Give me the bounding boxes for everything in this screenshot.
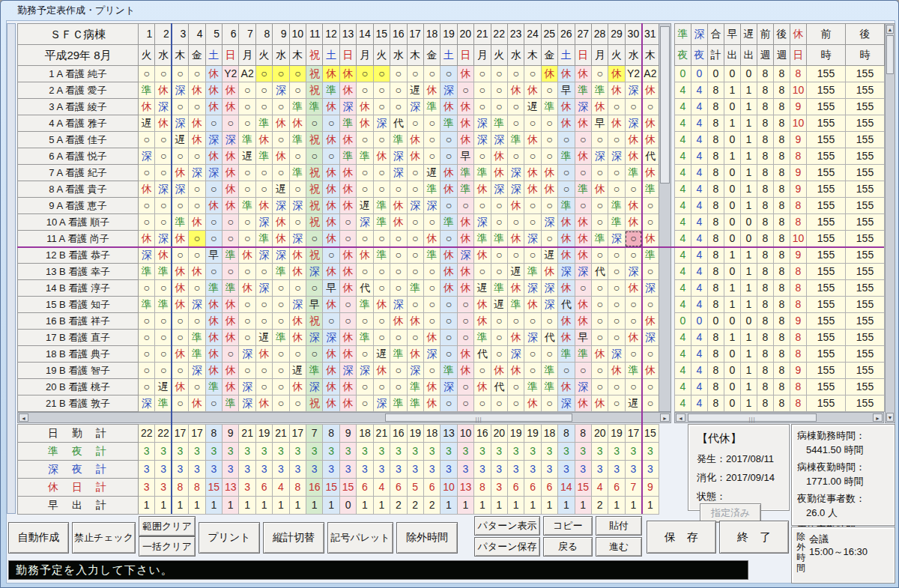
schedule-cell[interactable]: 深 <box>139 247 155 264</box>
schedule-cell[interactable]: 休 <box>255 395 272 412</box>
schedule-cell[interactable]: 深 <box>255 280 272 297</box>
schedule-cell[interactable]: 休 <box>357 115 373 132</box>
schedule-cell[interactable]: ○ <box>507 66 524 82</box>
schedule-cell[interactable]: ○ <box>524 346 541 363</box>
schedule-cell[interactable]: 休 <box>239 280 255 297</box>
schedule-cell[interactable]: 休 <box>491 363 507 379</box>
schedule-cell[interactable]: 休 <box>524 132 541 148</box>
schedule-cell[interactable]: 準 <box>390 346 407 363</box>
schedule-cell[interactable]: ○ <box>642 99 659 115</box>
schedule-cell[interactable]: 休 <box>155 115 172 132</box>
schedule-cell[interactable]: 深 <box>172 115 188 132</box>
schedule-cell[interactable]: 準 <box>139 297 155 313</box>
schedule-cell[interactable]: ○ <box>441 395 457 412</box>
schedule-cell[interactable]: 代 <box>642 148 659 165</box>
schedule-cell[interactable]: 休 <box>625 280 641 297</box>
bulk-clear-button[interactable]: 一括クリア <box>139 536 196 557</box>
schedule-cell[interactable]: 準 <box>491 231 507 247</box>
schedule-cell[interactable]: 休 <box>273 214 289 231</box>
schedule-cell[interactable]: 休 <box>591 181 608 198</box>
schedule-cell[interactable]: ○ <box>189 99 205 115</box>
schedule-cell[interactable]: 休 <box>524 165 541 181</box>
schedule-cell[interactable]: 準 <box>373 214 390 231</box>
schedule-cell[interactable]: ○ <box>289 82 306 99</box>
vertical-total-toggle-button[interactable]: 縦計切替 <box>263 522 324 554</box>
schedule-cell[interactable]: 遅 <box>155 379 172 395</box>
schedule-cell[interactable]: 休 <box>541 181 557 198</box>
nurse-name-cell[interactable]: 14 B 看護 淳子 <box>18 280 139 297</box>
schedule-cell[interactable]: ○ <box>189 181 205 198</box>
schedule-cell[interactable]: 休 <box>441 181 457 198</box>
schedule-cell[interactable]: ○ <box>423 66 440 82</box>
schedule-cell[interactable]: 準 <box>507 297 524 313</box>
schedule-cell[interactable]: 深 <box>507 165 524 181</box>
schedule-cell[interactable]: 準 <box>390 395 407 412</box>
schedule-cell[interactable]: 休 <box>608 115 625 132</box>
schedule-cell[interactable]: 準 <box>575 346 591 363</box>
nurse-name-cell[interactable]: 9 A 看護 恵子 <box>18 198 139 214</box>
schedule-cell[interactable]: 休 <box>223 165 239 181</box>
schedule-cell[interactable]: 代 <box>474 346 491 363</box>
nurse-name-cell[interactable]: 3 A 看護 綾子 <box>18 99 139 115</box>
schedule-cell[interactable]: 代 <box>390 115 407 132</box>
schedule-cell[interactable]: 深 <box>339 363 356 379</box>
schedule-cell[interactable]: ○ <box>339 297 356 313</box>
schedule-cell[interactable]: ○ <box>625 247 641 264</box>
schedule-cell[interactable]: ○ <box>407 264 423 280</box>
scroll-left-arrow[interactable]: ◄ <box>676 413 685 422</box>
schedule-cell[interactable]: 準 <box>189 330 205 346</box>
schedule-cell[interactable]: 深 <box>507 346 524 363</box>
schedule-cell[interactable]: 休 <box>255 132 272 148</box>
symbol-palette-button[interactable]: 記号パレット <box>327 522 393 554</box>
schedule-cell[interactable]: ○ <box>642 346 659 363</box>
schedule-cell[interactable]: 休 <box>223 181 239 198</box>
schedule-cell[interactable]: ○ <box>357 165 373 181</box>
schedule-cell[interactable]: ○ <box>373 379 390 395</box>
schedule-cell[interactable]: ○ <box>524 198 541 214</box>
schedule-cell[interactable]: ○ <box>474 82 491 99</box>
schedule-cell[interactable]: 深 <box>172 181 188 198</box>
schedule-cell[interactable]: 休 <box>189 115 205 132</box>
main-horizontal-scrollbar[interactable]: ◄ ||| ► <box>17 412 671 423</box>
schedule-cell[interactable]: 休 <box>189 264 205 280</box>
schedule-cell[interactable]: 深 <box>289 231 306 247</box>
schedule-cell[interactable]: 遅 <box>423 165 440 181</box>
schedule-cell[interactable]: ○ <box>474 198 491 214</box>
schedule-cell[interactable]: 遅 <box>255 330 272 346</box>
schedule-cell[interactable]: ○ <box>524 313 541 330</box>
schedule-cell[interactable]: ○ <box>524 214 541 231</box>
schedule-cell[interactable]: 遅 <box>139 115 155 132</box>
schedule-cell[interactable]: 準 <box>423 247 440 264</box>
schedule-cell[interactable]: ○ <box>155 313 172 330</box>
schedule-cell[interactable]: 深 <box>357 214 373 231</box>
schedule-cell[interactable]: 深 <box>441 82 457 99</box>
schedule-cell[interactable]: 深 <box>441 379 457 395</box>
schedule-cell[interactable]: 準 <box>541 363 557 379</box>
schedule-cell[interactable]: 深 <box>289 198 306 214</box>
schedule-cell[interactable]: ○ <box>608 132 625 148</box>
schedule-cell[interactable]: 準 <box>273 264 289 280</box>
schedule-cell[interactable]: ○ <box>507 395 524 412</box>
schedule-cell[interactable]: 休 <box>457 231 473 247</box>
schedule-cell[interactable]: ○ <box>591 165 608 181</box>
schedule-cell[interactable]: ○ <box>390 280 407 297</box>
nurse-name-cell[interactable]: 16 B 看護 祥子 <box>18 313 139 330</box>
schedule-cell[interactable]: 深 <box>339 99 356 115</box>
schedule-cell[interactable]: 休 <box>457 264 473 280</box>
schedule-cell[interactable]: ○ <box>273 99 289 115</box>
schedule-cell[interactable]: ○ <box>155 165 172 181</box>
schedule-cell[interactable]: 準 <box>357 148 373 165</box>
nurse-name-cell[interactable]: 6 A 看護 悦子 <box>18 148 139 165</box>
schedule-cell[interactable]: ○ <box>608 181 625 198</box>
scroll-thumb[interactable]: ||| <box>688 413 817 422</box>
schedule-cell[interactable]: 休 <box>339 82 356 99</box>
schedule-cell[interactable]: ○ <box>239 165 255 181</box>
schedule-cell[interactable]: 休 <box>558 379 575 395</box>
schedule-cell[interactable]: 早 <box>575 330 591 346</box>
schedule-cell[interactable]: 休 <box>189 214 205 231</box>
schedule-cell[interactable]: ○ <box>390 363 407 379</box>
schedule-cell[interactable]: 遅 <box>474 280 491 297</box>
schedule-cell[interactable]: ○ <box>491 82 507 99</box>
schedule-cell[interactable]: 深 <box>223 132 239 148</box>
schedule-cell[interactable]: 休 <box>339 132 356 148</box>
